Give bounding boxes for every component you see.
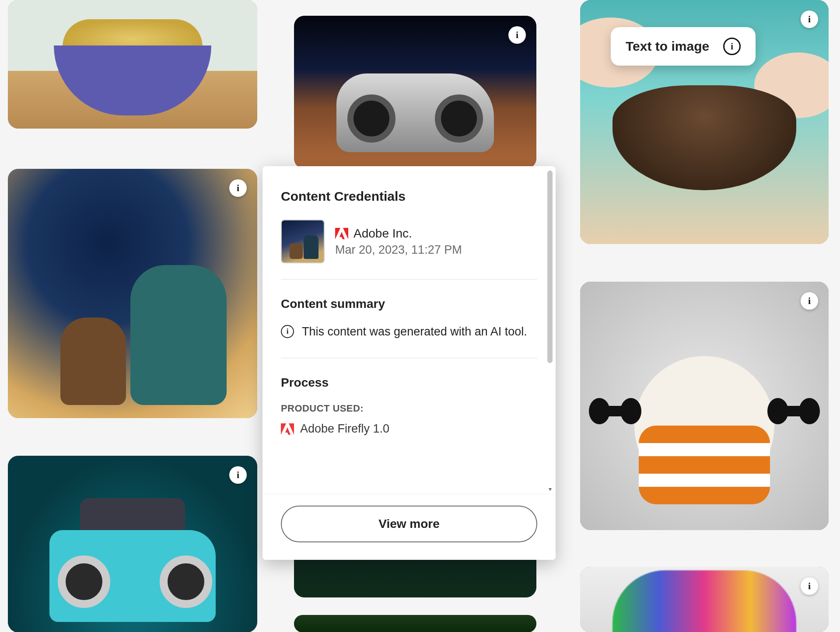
- content-credentials-popover: Content Credentials Adobe Inc. Mar 20, 2…: [262, 166, 556, 560]
- gallery-tile[interactable]: i: [294, 16, 536, 169]
- product-used-row: Adobe Firefly 1.0: [281, 422, 537, 436]
- artwork-bowl: [8, 0, 257, 129]
- info-icon[interactable]: i: [801, 10, 818, 28]
- info-icon[interactable]: i: [723, 38, 741, 55]
- credential-row: Adobe Inc. Mar 20, 2023, 11:27 PM: [281, 220, 537, 263]
- gallery-tile[interactable]: i: [8, 169, 257, 418]
- gallery-tile[interactable]: [294, 615, 536, 632]
- text-to-image-tooltip: Text to image i: [611, 27, 756, 66]
- summary-text: This content was generated with an AI to…: [302, 323, 527, 340]
- info-icon[interactable]: i: [801, 292, 818, 310]
- adobe-logo-icon: [335, 228, 348, 239]
- artwork-lego-car: [8, 456, 257, 632]
- credential-company: Adobe Inc.: [335, 227, 462, 241]
- info-icon: i: [281, 325, 294, 338]
- tooltip-label: Text to image: [626, 39, 709, 54]
- gallery-tile[interactable]: i Text to image i: [580, 0, 829, 244]
- gallery-tile[interactable]: i: [8, 456, 257, 632]
- artwork-child-stars: [8, 169, 257, 418]
- info-icon[interactable]: i: [508, 26, 526, 44]
- info-icon[interactable]: i: [801, 577, 818, 595]
- artwork-hamster: [580, 282, 829, 530]
- info-icon[interactable]: i: [229, 466, 247, 484]
- artwork-retro-car: [294, 16, 536, 169]
- company-name: Adobe Inc.: [354, 227, 412, 241]
- gallery-tile[interactable]: i: [580, 282, 829, 530]
- artwork-colorful-shapes: [580, 567, 829, 632]
- content-summary-heading: Content summary: [281, 297, 537, 311]
- divider: [281, 358, 537, 358]
- product-used-label: PRODUCT USED:: [281, 403, 537, 414]
- summary-row: i This content was generated with an AI …: [281, 323, 537, 340]
- gallery-tile[interactable]: [8, 0, 257, 129]
- view-more-button[interactable]: View more: [281, 506, 537, 542]
- info-icon[interactable]: i: [229, 179, 247, 197]
- adobe-logo-icon: [281, 423, 294, 435]
- product-used-value: Adobe Firefly 1.0: [300, 422, 389, 436]
- image-gallery: i i i i Text to image i i: [0, 0, 840, 632]
- credential-thumbnail: [281, 220, 325, 263]
- popover-footer: View more: [262, 494, 556, 560]
- divider: [281, 279, 537, 279]
- popover-title: Content Credentials: [281, 189, 537, 204]
- artwork-partial: [294, 615, 536, 632]
- popover-scroll-area[interactable]: Content Credentials Adobe Inc. Mar 20, 2…: [262, 166, 556, 494]
- scrollbar-thumb[interactable]: [547, 171, 553, 363]
- scrollbar[interactable]: ▴ ▾: [546, 171, 554, 489]
- credential-date: Mar 20, 2023, 11:27 PM: [335, 243, 462, 257]
- process-heading: Process: [281, 376, 537, 390]
- gallery-tile[interactable]: i: [580, 567, 829, 632]
- scroll-down-icon[interactable]: ▾: [547, 486, 553, 492]
